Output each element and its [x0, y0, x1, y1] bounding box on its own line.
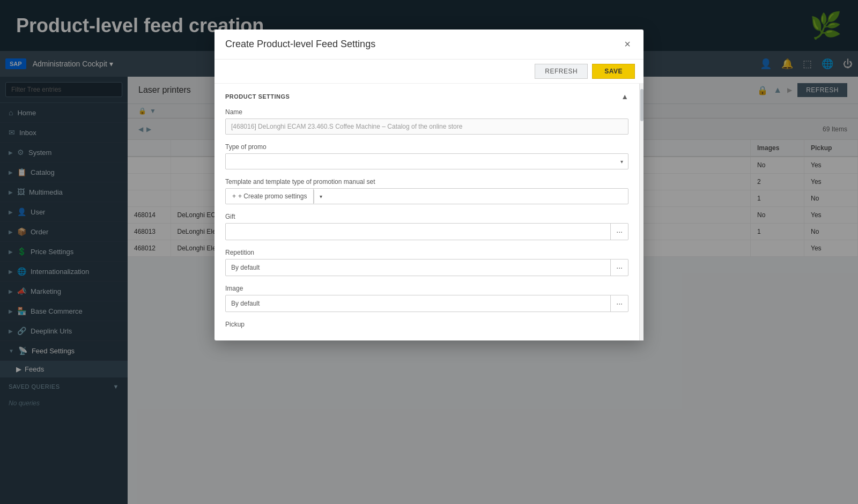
- promo-dropdown-button[interactable]: ▾: [314, 190, 328, 203]
- promo-add-label: + Create promo settings: [238, 192, 307, 200]
- template-promo-label: Template and template type of promotion …: [225, 178, 628, 186]
- modal-body: PRODUCT SETTINGS ▲ Name Type of promo ▾: [214, 84, 639, 340]
- modal-toolbar: REFRESH SAVE: [214, 60, 644, 84]
- type-of-promo-group: Type of promo ▾: [225, 143, 628, 169]
- modal-refresh-button[interactable]: REFRESH: [535, 64, 588, 79]
- promo-settings-row: + + Create promo settings ▾: [225, 188, 628, 204]
- modal-scrollbar[interactable]: [639, 84, 644, 340]
- repetition-input[interactable]: [226, 260, 610, 275]
- modal-scroll-thumb: [640, 89, 644, 121]
- type-of-promo-label: Type of promo: [225, 143, 628, 151]
- template-promo-group: Template and template type of promotion …: [225, 178, 628, 204]
- repetition-label: Repetition: [225, 249, 628, 256]
- section-collapse-icon[interactable]: ▲: [621, 92, 628, 101]
- image-input-wrapper: ···: [225, 295, 628, 312]
- modal-close-button[interactable]: ×: [622, 38, 633, 50]
- pickup-label: Pickup: [225, 321, 628, 328]
- plus-icon-promo: +: [232, 192, 236, 200]
- name-label: Name: [225, 108, 628, 116]
- section-header: PRODUCT SETTINGS ▲: [225, 92, 628, 101]
- image-input[interactable]: [226, 296, 610, 311]
- section-title: PRODUCT SETTINGS: [225, 93, 290, 100]
- repetition-input-wrapper: ···: [225, 259, 628, 276]
- type-of-promo-wrapper: ▾: [225, 153, 628, 169]
- gift-label: Gift: [225, 213, 628, 220]
- pickup-field-group: Pickup: [225, 321, 628, 328]
- modal-title: Create Product-level Feed Settings: [225, 39, 375, 50]
- repetition-field-group: Repetition ···: [225, 249, 628, 276]
- repetition-dots-button[interactable]: ···: [610, 260, 628, 276]
- image-dots-button[interactable]: ···: [610, 295, 628, 312]
- image-field-group: Image ···: [225, 285, 628, 312]
- modal-save-button[interactable]: SAVE: [592, 64, 635, 79]
- promo-add-button[interactable]: + + Create promo settings: [226, 189, 314, 204]
- type-of-promo-select[interactable]: [225, 153, 628, 169]
- image-label: Image: [225, 285, 628, 292]
- modal-backdrop[interactable]: Create Product-level Feed Settings × REF…: [0, 0, 858, 504]
- gift-field-group: Gift ···: [225, 213, 628, 240]
- gift-dots-button[interactable]: ···: [610, 224, 628, 240]
- modal-dialog: Create Product-level Feed Settings × REF…: [214, 29, 644, 340]
- modal-header: Create Product-level Feed Settings ×: [214, 29, 644, 60]
- gift-input[interactable]: [226, 224, 610, 239]
- name-field-group: Name: [225, 108, 628, 135]
- name-input[interactable]: [225, 118, 628, 135]
- gift-input-wrapper: ···: [225, 223, 628, 240]
